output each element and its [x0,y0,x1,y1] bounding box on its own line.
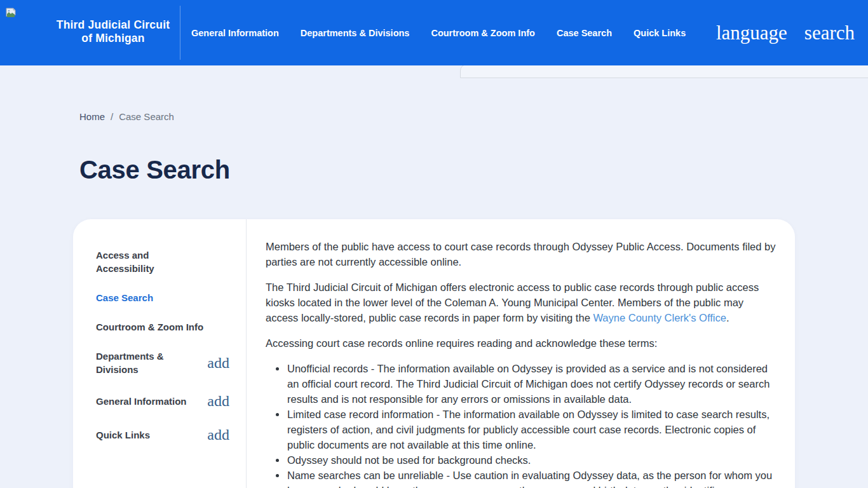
breadcrumb: Home / Case Search [79,111,174,122]
logo-area[interactable]: Third Judicial Circuit of Michigan [0,0,180,65]
term-limited-information: Limited case record information - The in… [287,407,776,452]
term-unofficial-records: Unofficial records - The information ava… [287,361,776,407]
main-nav: General Information Departments & Divisi… [191,0,686,65]
site-title-line1: Third Judicial Circuit [53,18,173,32]
sidebar-item-access-accessibility[interactable]: Access and Accessibility [96,248,246,275]
add-expand-icon[interactable]: add [207,392,229,410]
search-icon[interactable]: search [804,23,855,43]
search-flyout-panel[interactable] [460,64,868,78]
breadcrumb-home-link[interactable]: Home [79,111,105,122]
page-title: Case Search [79,156,230,184]
sidebar-item-general-information[interactable]: General Information add [96,392,246,410]
card-content: Members of the public have access to cou… [247,219,795,488]
site-header: Third Judicial Circuit of Michigan Gener… [0,0,868,65]
paragraph-kiosks: The Third Judicial Circuit of Michigan o… [266,280,776,325]
wayne-county-clerk-link[interactable]: Wayne County Clerk's Office [593,312,726,323]
paragraph-terms-intro: Accessing court case records online requ… [266,336,776,351]
sidebar-item-label[interactable]: Departments & Divisions [96,349,205,376]
sidebar-item-courtroom-zoom-info[interactable]: Courtroom & Zoom Info [96,320,246,334]
sidebar-item-label[interactable]: Courtroom & Zoom Info [96,320,203,334]
term-background-checks: Odyssey should not be used for backgroun… [287,452,776,468]
add-expand-icon[interactable]: add [207,426,229,444]
term-name-searches: Name searches can be unreliable - Use ca… [287,468,776,488]
terms-list: Unofficial records - The information ava… [266,361,776,488]
sidebar-item-quick-links[interactable]: Quick Links add [96,426,246,444]
header-divider [180,6,180,60]
nav-general-information[interactable]: General Information [191,28,279,38]
broken-image-icon [5,8,17,19]
sidebar-item-label[interactable]: Quick Links [96,428,150,442]
breadcrumb-current: Case Search [119,111,174,122]
paragraph-kiosks-period: . [726,312,729,323]
header-icons: language search [716,0,855,65]
nav-quick-links[interactable]: Quick Links [634,28,686,38]
paragraph-odyssey-access: Members of the public have access to cou… [266,239,776,269]
language-icon[interactable]: language [716,23,787,43]
card-sidebar: Access and Accessibility Case Search Cou… [73,219,247,488]
add-expand-icon[interactable]: add [207,354,229,372]
sidebar-item-label[interactable]: General Information [96,395,187,408]
nav-courtroom-zoom-info[interactable]: Courtroom & Zoom Info [431,28,535,38]
sidebar-item-departments-divisions[interactable]: Departments & Divisions add [96,349,246,376]
sidebar-item-case-search[interactable]: Case Search [96,291,246,304]
breadcrumb-separator: / [111,111,113,122]
site-title-line2: of Michigan [53,32,173,45]
content-card: Access and Accessibility Case Search Cou… [73,219,795,488]
sidebar-item-label[interactable]: Access and Accessibility [96,248,205,275]
nav-departments-divisions[interactable]: Departments & Divisions [301,28,410,38]
sidebar-item-label[interactable]: Case Search [96,291,153,304]
nav-case-search[interactable]: Case Search [557,28,612,38]
site-title[interactable]: Third Judicial Circuit of Michigan [53,18,173,45]
